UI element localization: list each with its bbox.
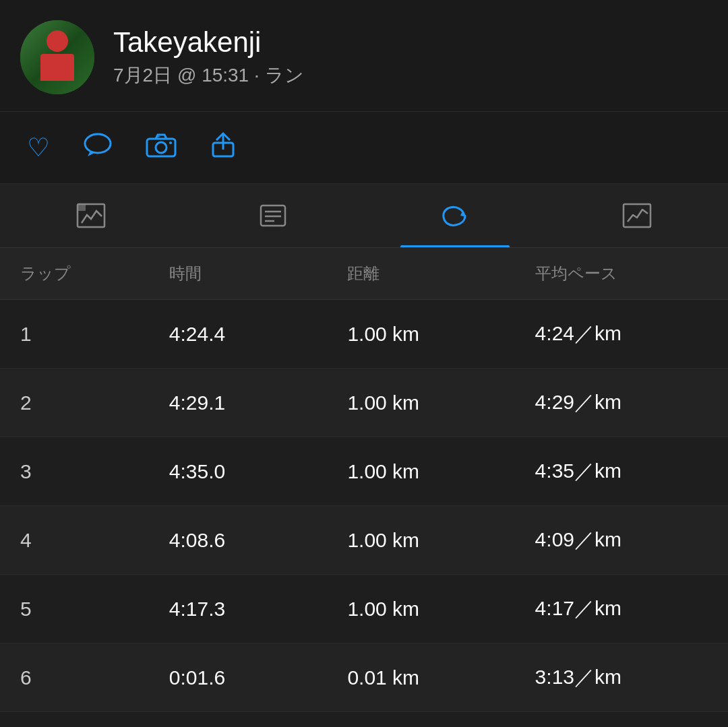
user-avatar[interactable] [20, 20, 94, 94]
activity-meta: 7月2日 @ 15:31 · ラン [113, 63, 304, 88]
action-bar: + [0, 112, 728, 184]
username: Takeyakenji [113, 26, 304, 59]
cell-2-0: 3 [0, 437, 149, 506]
svg-text:+: + [156, 133, 160, 140]
like-button[interactable] [27, 133, 50, 162]
header-info: Takeyakenji 7月2日 @ 15:31 · ラン [113, 26, 304, 88]
tab-bar [0, 184, 728, 248]
cell-4-1: 4:17.3 [149, 575, 328, 643]
svg-rect-8 [78, 204, 86, 211]
cell-5-3: 3:13／km [515, 643, 728, 712]
table-header-row: ラップ 時間 距離 平均ペース [0, 248, 728, 300]
share-button[interactable] [210, 131, 236, 164]
svg-point-4 [169, 141, 172, 144]
cell-5-0: 6 [0, 643, 149, 712]
camera-button[interactable]: + [146, 132, 177, 163]
svg-rect-14 [624, 204, 650, 227]
total-cell-2: 5.01 km [327, 712, 514, 728]
cell-2-1: 4:35.0 [149, 437, 328, 506]
cell-0-3: 4:24／km [515, 300, 728, 369]
cell-3-2: 1.00 km [327, 506, 514, 575]
cell-4-0: 5 [0, 575, 149, 643]
cell-3-1: 4:08.6 [149, 506, 328, 575]
cell-1-0: 2 [0, 369, 149, 437]
laps-table: ラップ 時間 距離 平均ペース 14:24.41.00 km4:24／km24:… [0, 248, 728, 727]
tab-laps[interactable] [364, 184, 546, 247]
tab-chart[interactable] [546, 184, 728, 247]
activity-header: Takeyakenji 7月2日 @ 15:31 · ラン [0, 0, 728, 112]
total-row: 合計21:56.05.01 km4:23／km [0, 712, 728, 728]
col-header-time: 時間 [149, 248, 328, 300]
table-row: 54:17.31.00 km4:17／km [0, 575, 728, 643]
cell-5-2: 0.01 km [327, 643, 514, 712]
svg-point-0 [85, 134, 111, 153]
comment-button[interactable] [84, 132, 112, 164]
cell-5-1: 0:01.6 [149, 643, 328, 712]
cell-3-0: 4 [0, 506, 149, 575]
total-cell-1: 21:56.0 [149, 712, 328, 728]
cell-0-0: 1 [0, 300, 149, 369]
svg-point-3 [156, 142, 166, 153]
cell-0-1: 4:24.4 [149, 300, 328, 369]
col-header-distance: 距離 [327, 248, 514, 300]
col-header-pace: 平均ペース [515, 248, 728, 300]
tab-summary[interactable] [182, 184, 364, 247]
tab-map[interactable] [0, 184, 182, 247]
cell-0-2: 1.00 km [327, 300, 514, 369]
table-row: 44:08.61.00 km4:09／km [0, 506, 728, 575]
total-cell-3: 4:23／km [515, 712, 728, 728]
cell-4-3: 4:17／km [515, 575, 728, 643]
table-row: 24:29.11.00 km4:29／km [0, 369, 728, 437]
cell-4-2: 1.00 km [327, 575, 514, 643]
cell-2-2: 1.00 km [327, 437, 514, 506]
cell-3-3: 4:09／km [515, 506, 728, 575]
table-row: 34:35.01.00 km4:35／km [0, 437, 728, 506]
cell-1-1: 4:29.1 [149, 369, 328, 437]
col-header-lap: ラップ [0, 248, 149, 300]
total-cell-0: 合計 [0, 712, 149, 728]
table-row: 14:24.41.00 km4:24／km [0, 300, 728, 369]
cell-1-2: 1.00 km [327, 369, 514, 437]
table-row: 60:01.60.01 km3:13／km [0, 643, 728, 712]
cell-2-3: 4:35／km [515, 437, 728, 506]
cell-1-3: 4:29／km [515, 369, 728, 437]
